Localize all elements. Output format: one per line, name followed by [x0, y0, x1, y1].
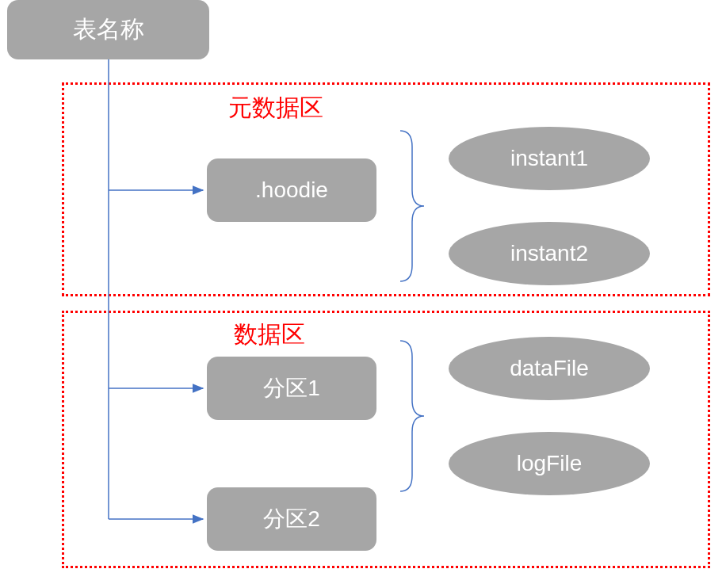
- partition1-node: 分区1: [207, 357, 376, 420]
- instant1-node: instant1: [449, 127, 650, 190]
- metadata-region-label: 元数据区: [228, 92, 323, 124]
- brace-metadata: [388, 127, 436, 285]
- data-region-label: 数据区: [234, 319, 305, 351]
- partition1-label: 分区1: [263, 373, 320, 403]
- brace-data: [388, 337, 436, 495]
- partition2-label: 分区2: [263, 504, 320, 534]
- root-node: 表名称: [7, 0, 209, 59]
- root-label: 表名称: [73, 13, 144, 46]
- hoodie-node: .hoodie: [207, 158, 376, 222]
- instant1-label: instant1: [510, 146, 588, 171]
- datafile-label: dataFile: [510, 356, 589, 381]
- logfile-label: logFile: [517, 451, 582, 476]
- instant2-node: instant2: [449, 222, 650, 285]
- instant2-label: instant2: [510, 241, 588, 266]
- partition2-node: 分区2: [207, 487, 376, 551]
- logfile-node: logFile: [449, 432, 650, 495]
- hoodie-label: .hoodie: [255, 178, 328, 203]
- datafile-node: dataFile: [449, 337, 650, 400]
